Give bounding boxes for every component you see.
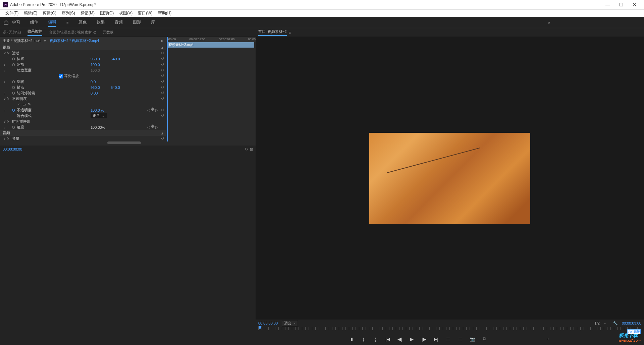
menu-graphics[interactable]: 图形(G) [97, 10, 116, 16]
mark-in-icon[interactable]: { [360, 335, 367, 343]
ec-anchor[interactable]: Ö锚点960.0540.0↺ [0, 84, 166, 90]
step-fwd-button[interactable]: |▶ [420, 335, 428, 343]
go-out-button[interactable]: ▶| [432, 335, 440, 343]
ws-learn[interactable]: 学习 [12, 18, 20, 26]
ec-timecode[interactable]: 00:00:00:00 [3, 147, 22, 151]
ws-library[interactable]: 库 [151, 18, 155, 26]
menu-clip[interactable]: 剪辑(C) [40, 10, 59, 16]
program-video-frame [369, 133, 530, 224]
ec-time-ruler[interactable]: :00:00 00:00:01:00 00:00:02:00 00:00 [166, 37, 256, 42]
program-timecode-right: 00:00:03:00 [622, 321, 641, 325]
ec-scrollbar-thumb[interactable] [107, 141, 141, 144]
tab-effect-controls[interactable]: 效果控件 [28, 29, 42, 36]
source-panel-tabs: 源:(无剪辑) 效果控件 音频剪辑混合器: 视频素材~2 元数据 [0, 28, 256, 37]
ec-time-remap[interactable]: ∨fx时间重映射 [0, 119, 166, 124]
mark-out-icon[interactable]: } [372, 335, 379, 343]
tab-source[interactable]: 源:(无剪辑) [3, 30, 21, 35]
program-timecode-left[interactable]: 00:00:00:00 [258, 321, 278, 325]
menu-view[interactable]: 视图(V) [116, 10, 135, 16]
maximize-button[interactable]: ☐ [614, 0, 628, 9]
pen-mask-icon[interactable]: ✎ [28, 102, 31, 107]
ec-opacity-val[interactable]: ›Ö不透明度100.0 %◁ ▷↺ [0, 107, 166, 113]
home-button[interactable] [0, 17, 12, 28]
program-tab-menu-icon[interactable]: ≡ [289, 31, 291, 35]
ec-position[interactable]: Ö位置960.0540.0↺ [0, 56, 166, 62]
ec-audio-header: 音频▲ [0, 130, 166, 136]
ec-rotation[interactable]: ›Ö旋转0.0↺ [0, 79, 166, 84]
workspace-bar: 学习 组件 编辑 ≡ 颜色 效果 音频 图形 库 » [0, 17, 644, 28]
window-titlebar: Pr Adobe Premiere Pro 2020 - D:\pr\Word3… [0, 0, 644, 9]
uniform-scale-checkbox[interactable] [59, 74, 63, 78]
ec-uniform-scale[interactable]: 等比缩放↺ [0, 73, 166, 79]
ws-edit-menu-icon[interactable]: ≡ [66, 20, 68, 24]
keyframe-nav[interactable]: ◁ ▷ [147, 108, 158, 112]
mark-in-button[interactable]: ▮ [348, 335, 355, 343]
collapse-icon[interactable]: ▲ [160, 46, 164, 50]
play-button[interactable]: ▶ [408, 335, 416, 343]
ws-audio[interactable]: 音频 [115, 18, 123, 26]
ws-overflow-button[interactable]: » [548, 20, 560, 24]
program-zoom-select[interactable]: 适合 ⌄ [282, 320, 298, 327]
program-ratio[interactable]: 1/2 [595, 321, 600, 325]
ec-video-header: 视频▲ [0, 45, 166, 50]
ec-volume[interactable]: ›fx音量↺ [0, 136, 166, 141]
program-monitor: 节目: 视频素材~2 ≡ 00:00:00:00 适合 ⌄ 1/2 ⌄ 🔧 00… [256, 28, 644, 345]
menu-edit[interactable]: 编辑(E) [21, 10, 40, 16]
menu-window[interactable]: 窗口(W) [135, 10, 155, 16]
compare-button[interactable]: ⧉ [481, 335, 488, 343]
ws-edit[interactable]: 编辑 [48, 18, 56, 27]
menu-file[interactable]: 文件(F) [3, 10, 21, 16]
ec-opacity-masks[interactable]: ○▭✎ [0, 102, 166, 107]
minimize-button[interactable]: — [601, 0, 614, 9]
menu-sequence[interactable]: 序列(S) [59, 10, 78, 16]
ec-clip-path: 主要 * 视频素材~2.mp4 ∨ 视频素材~2 * 视频素材~2.mp4 ▶ [0, 37, 166, 45]
ec-motion[interactable]: ∨fx运动↺ [0, 50, 166, 56]
tab-metadata[interactable]: 元数据 [103, 30, 114, 35]
menu-mark[interactable]: 标记(M) [78, 10, 97, 16]
ec-in-out-icon[interactable]: ⊡ [250, 147, 253, 152]
ellipse-mask-icon[interactable]: ○ [18, 102, 20, 107]
rect-mask-icon[interactable]: ▭ [22, 102, 26, 107]
reset-icon[interactable]: ↺ [161, 51, 164, 55]
ec-flicker[interactable]: ›Ö防闪烁滤镜0.00↺ [0, 90, 166, 96]
window-title: Adobe Premiere Pro 2020 - D:\pr\Word3.pr… [10, 2, 601, 7]
ec-mini-timeline[interactable]: :00:00 00:00:01:00 00:00:02:00 00:00 视频素… [166, 37, 256, 141]
add-button[interactable]: + [544, 335, 552, 343]
ws-assembly[interactable]: 组件 [30, 18, 38, 26]
tab-audio-mixer[interactable]: 音频剪辑混合器: 视频素材~2 [49, 30, 96, 35]
ec-blend[interactable]: 混合模式正常⌄↺ [0, 113, 166, 119]
menu-help[interactable]: 帮助(H) [155, 10, 174, 16]
lift-button[interactable]: ⬚ [444, 335, 452, 343]
ec-opacity-group[interactable]: ∨fx不透明度↺ [0, 96, 166, 102]
step-back-button[interactable]: ◀| [396, 335, 404, 343]
ws-graphics[interactable]: 图形 [133, 18, 141, 26]
home-icon [3, 20, 9, 25]
ec-scale-w: ›缩放宽度100.0↺ [0, 67, 166, 73]
ec-loop-icon[interactable]: ↻ [245, 147, 248, 152]
extract-button[interactable]: ⬚ [457, 335, 464, 343]
ec-speed[interactable]: ›Ö速度100.00%◁ ▷ [0, 124, 166, 130]
watermark: FN 登陆 极光下载 www.xz7.com [619, 333, 641, 342]
program-transport: ▮ { } |◀ ◀| ▶ |▶ ▶| ⬚ ⬚ 📷 ⧉ + [256, 333, 644, 345]
go-in-button[interactable]: |◀ [384, 335, 391, 343]
menu-bar: 文件(F) 编辑(E) 剪辑(C) 序列(S) 标记(M) 图形(G) 视图(V… [0, 9, 644, 17]
window-controls: — ☐ ✕ [601, 0, 641, 9]
ec-clip-bar[interactable]: 视频素材~2.mp4 [167, 42, 254, 48]
wrench-icon[interactable]: 🔧 [613, 321, 618, 326]
export-frame-button[interactable]: 📷 [469, 335, 476, 343]
ec-footer: 00:00:00:00 ↻ ⊡ [0, 146, 256, 153]
close-button[interactable]: ✕ [628, 0, 641, 9]
ec-playhead[interactable] [167, 37, 168, 141]
ec-scale[interactable]: ›Ö缩放100.0↺ [0, 62, 166, 67]
effect-properties-list: 主要 * 视频素材~2.mp4 ∨ 视频素材~2 * 视频素材~2.mp4 ▶ … [0, 37, 166, 141]
program-tab[interactable]: 节目: 视频素材~2 [258, 29, 287, 36]
program-ruler[interactable] [258, 327, 641, 330]
ws-color[interactable]: 颜色 [78, 18, 87, 26]
ws-effects[interactable]: 效果 [97, 18, 105, 26]
app-icon: Pr [3, 2, 8, 7]
